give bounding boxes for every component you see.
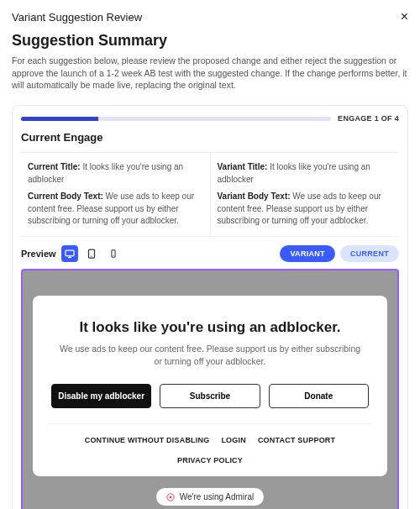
svg-point-8: [170, 496, 172, 498]
device-mobile-icon[interactable]: [105, 245, 122, 262]
preview-body: We use ads to keep our content free. Ple…: [48, 343, 372, 370]
current-title-label: Current Title:: [28, 162, 81, 171]
current-toggle[interactable]: CURRENT: [340, 245, 399, 262]
admiral-icon: [166, 493, 175, 501]
subscribe-button[interactable]: Subscribe: [160, 384, 260, 408]
variant-column: Variant Title: It looks like you're usin…: [211, 153, 400, 236]
preview-frame: It looks like you're using an adblocker.…: [21, 269, 399, 509]
login-link[interactable]: LOGIN: [221, 436, 246, 444]
preview-title: It looks like you're using an adblocker.: [48, 319, 372, 336]
admiral-badge[interactable]: We're using Admiral: [156, 488, 264, 506]
device-desktop-icon[interactable]: [61, 245, 78, 262]
summary-title: Suggestion Summary: [12, 32, 408, 50]
donate-button[interactable]: Donate: [269, 384, 369, 408]
contact-link[interactable]: CONTACT SUPPORT: [258, 436, 335, 444]
continue-link[interactable]: CONTINUE WITHOUT DISABLING: [85, 436, 210, 444]
disable-adblocker-button[interactable]: Disable my adblocker: [51, 384, 151, 408]
progress-bar: [21, 117, 331, 121]
summary-description: For each suggestion below, please review…: [12, 55, 408, 92]
current-column: Current Title: It looks like you're usin…: [21, 153, 211, 236]
svg-rect-0: [66, 250, 74, 256]
section-title: Current Engage: [21, 131, 399, 144]
variant-body-label: Variant Body Text:: [218, 192, 291, 201]
current-body-label: Current Body Text:: [28, 192, 103, 201]
variant-title-label: Variant Title:: [218, 162, 268, 171]
preview-label: Preview: [21, 249, 56, 259]
suggestion-card: ENGAGE 1 OF 4 Current Engage Current Tit…: [12, 105, 408, 509]
device-tablet-icon[interactable]: [83, 245, 100, 262]
close-icon[interactable]: ×: [401, 10, 408, 24]
admiral-badge-label: We're using Admiral: [180, 492, 254, 501]
variant-toggle[interactable]: VARIANT: [280, 245, 334, 262]
privacy-link[interactable]: PRIVACY POLICY: [177, 456, 243, 464]
modal-title: Variant Suggestion Review: [12, 11, 142, 24]
preview-dialog: It looks like you're using an adblocker.…: [33, 296, 387, 477]
progress-label: ENGAGE 1 OF 4: [338, 114, 399, 123]
